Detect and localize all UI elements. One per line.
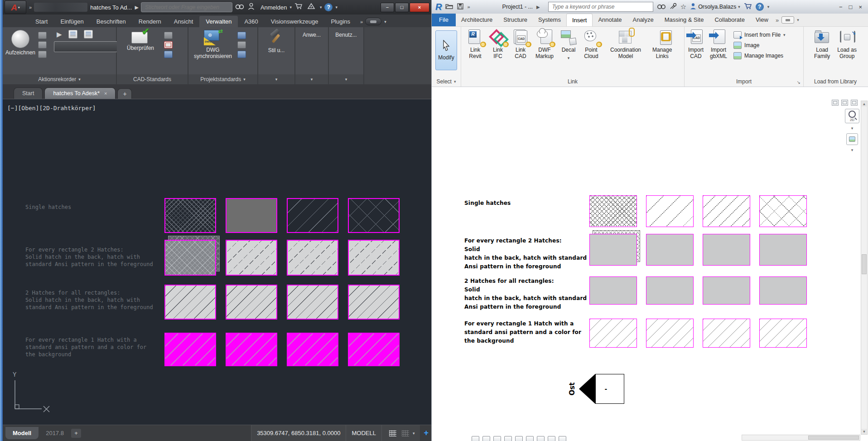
hatch-rect-diagonal[interactable] bbox=[646, 319, 694, 348]
minimize-button[interactable]: − bbox=[839, 4, 843, 10]
cart-icon[interactable] bbox=[294, 3, 304, 12]
tabs-overflow-icon[interactable]: » bbox=[776, 17, 779, 24]
horizontal-scrollbar[interactable] bbox=[742, 435, 860, 441]
file-tab-active[interactable]: hatches To Adesk* × bbox=[44, 87, 116, 99]
panel-anwendungen[interactable]: Anwe... ▾ bbox=[295, 27, 328, 84]
tabs-overflow-icon[interactable]: » bbox=[360, 19, 362, 24]
revit-canvas[interactable]: 2D ▾ ▾ Single hatches For every rectangl… bbox=[432, 87, 868, 441]
crop-region-icon[interactable] bbox=[537, 436, 545, 441]
hatch-rect-grey[interactable] bbox=[703, 234, 750, 266]
hatch-rect-ansi-dashed[interactable] bbox=[348, 240, 400, 276]
record-button[interactable]: Aufzeichnen bbox=[5, 30, 35, 56]
hatch-rect-diagonal[interactable] bbox=[703, 195, 750, 227]
hatch-rect-layered[interactable] bbox=[589, 234, 637, 266]
load-family-button[interactable]: Load Family bbox=[814, 29, 830, 59]
username-label[interactable]: Orsolya.Balazs bbox=[698, 4, 736, 10]
help-search-input[interactable] bbox=[144, 4, 229, 11]
hatch-rect-magenta[interactable] bbox=[287, 333, 338, 366]
tab-annotate[interactable]: Annotate bbox=[593, 14, 627, 26]
grid-on-icon[interactable] bbox=[389, 430, 396, 436]
file-tab-start[interactable]: Start bbox=[14, 87, 43, 99]
close-button[interactable]: × bbox=[410, 3, 429, 12]
ribbon-state-dropdown-icon[interactable]: ▾ bbox=[797, 18, 799, 22]
hatch-rect-ansi[interactable] bbox=[287, 285, 338, 320]
configure-standards-icon[interactable] bbox=[164, 41, 173, 48]
hatch-rect-crosshatch[interactable] bbox=[164, 198, 216, 233]
hatch-rect-diagonal[interactable] bbox=[759, 319, 807, 348]
hatch-rect-grey[interactable] bbox=[589, 234, 637, 266]
temporary-hide-icon[interactable] bbox=[548, 436, 555, 441]
binoculars-search-icon[interactable] bbox=[235, 3, 245, 12]
elevation-marker[interactable]: Ost - bbox=[566, 374, 624, 404]
view-minimize-icon[interactable] bbox=[832, 100, 839, 106]
panel-benutzeroberflaeche[interactable]: Benutz... ▾ bbox=[329, 27, 363, 84]
manage-links-button[interactable]: Manage Links bbox=[652, 29, 672, 59]
scroll-up-icon[interactable]: ▲ bbox=[861, 101, 867, 107]
view-close-icon[interactable] bbox=[851, 100, 858, 106]
check-standards-button[interactable]: ✔ Überprüfen bbox=[120, 30, 161, 51]
zoom-2d-button[interactable]: 2D bbox=[845, 109, 859, 123]
flyout-icon[interactable]: ▶ bbox=[135, 5, 138, 10]
hatch-rect-lattice[interactable] bbox=[164, 240, 216, 276]
qat-expand-icon[interactable]: » bbox=[467, 4, 469, 10]
ucs-icon[interactable]: Y bbox=[9, 369, 59, 419]
quick-access-expand-icon[interactable]: » bbox=[29, 5, 31, 10]
link-revit-button[interactable]: R Link Revit bbox=[468, 29, 483, 59]
ribbon-state-dropdown-icon[interactable]: ▾ bbox=[384, 19, 386, 24]
open-icon[interactable] bbox=[445, 3, 453, 11]
tab-massing-site[interactable]: Massing & Site bbox=[659, 14, 709, 26]
dwf-markup-button[interactable]: DWF Markup bbox=[535, 29, 554, 59]
help-dropdown-icon[interactable]: ▾ bbox=[767, 5, 770, 9]
hatch-rect-magenta[interactable] bbox=[226, 333, 277, 366]
quick-access-toolbar[interactable] bbox=[34, 3, 87, 12]
autocad-canvas[interactable]: [−][Oben][2D-Drahtkörper] Single hatches… bbox=[3, 99, 431, 425]
maximize-button[interactable]: □ bbox=[849, 4, 853, 10]
hatch-rect-diagonal-sparse[interactable] bbox=[646, 195, 694, 227]
scale-icon[interactable] bbox=[472, 436, 479, 441]
detail-level-icon[interactable] bbox=[482, 436, 490, 441]
cart-icon[interactable] bbox=[744, 3, 752, 11]
panel-expand-icon[interactable]: ▾ bbox=[311, 77, 313, 82]
decal-button[interactable]: Decal ▾ bbox=[561, 29, 576, 61]
coordinates-display[interactable]: 35309.6747, 6850.3181, 0.0000 bbox=[251, 425, 346, 441]
help-dropdown-icon[interactable]: ▾ bbox=[335, 5, 338, 10]
binoculars-search-icon[interactable] bbox=[657, 3, 666, 11]
macro-list-icon[interactable] bbox=[84, 30, 93, 39]
sync-status-icon[interactable] bbox=[237, 41, 246, 48]
point-cloud-button[interactable]: Point Cloud bbox=[583, 29, 599, 59]
help-icon[interactable]: ? bbox=[756, 3, 764, 11]
sun-path-icon[interactable] bbox=[504, 436, 512, 441]
hatch-rect-ansi-dashed[interactable] bbox=[287, 240, 338, 276]
tab-view[interactable]: View bbox=[750, 14, 774, 26]
hatch-rect-ansi[interactable] bbox=[348, 285, 400, 320]
image-button[interactable]: Image bbox=[733, 42, 786, 49]
view-restore-icon[interactable] bbox=[841, 100, 848, 106]
favorites-star-icon[interactable]: ☆ bbox=[680, 3, 686, 11]
ribbon-state-toggle[interactable] bbox=[781, 16, 794, 24]
visual-style-icon[interactable] bbox=[493, 436, 501, 441]
play-macro-icon[interactable]: ▶ bbox=[57, 30, 62, 39]
hatch-rect-ansi[interactable] bbox=[226, 285, 277, 320]
modify-button[interactable]: Modify bbox=[435, 30, 457, 70]
coordination-model-button[interactable]: Coordination Model bbox=[606, 29, 645, 59]
tab-visionswerkzeuge[interactable]: Visionswerkzeuge bbox=[265, 16, 325, 27]
hatch-rect-magenta[interactable] bbox=[164, 333, 216, 366]
import-cad-button[interactable]: CAD Import CAD bbox=[688, 29, 704, 59]
insert-dropdown-icon[interactable]: ▾ bbox=[783, 33, 786, 37]
scroll-down-icon[interactable]: ▼ bbox=[861, 429, 867, 434]
elevation-value-box[interactable]: - bbox=[595, 374, 624, 404]
layer-states-icon[interactable] bbox=[164, 51, 173, 58]
tab-insert[interactable]: Insert bbox=[566, 14, 593, 26]
link-ifc-button[interactable]: Link IFC bbox=[490, 29, 506, 59]
comment-icon[interactable] bbox=[38, 32, 47, 39]
help-icon[interactable]: ? bbox=[324, 3, 333, 11]
panel-expand-icon[interactable]: ▾ bbox=[345, 77, 347, 82]
a360-icon[interactable] bbox=[307, 3, 317, 12]
hatch-rect-grey[interactable] bbox=[646, 276, 694, 305]
tab-architecture[interactable]: Architecture bbox=[456, 14, 498, 26]
signin-dropdown-icon[interactable]: ▾ bbox=[289, 5, 292, 10]
hatch-rect-layered[interactable] bbox=[164, 240, 216, 276]
tab-file[interactable]: File bbox=[432, 14, 456, 26]
customize-plus-icon[interactable]: + bbox=[424, 428, 429, 438]
insert-from-file-button[interactable]: Insert from File ▾ bbox=[733, 31, 786, 39]
